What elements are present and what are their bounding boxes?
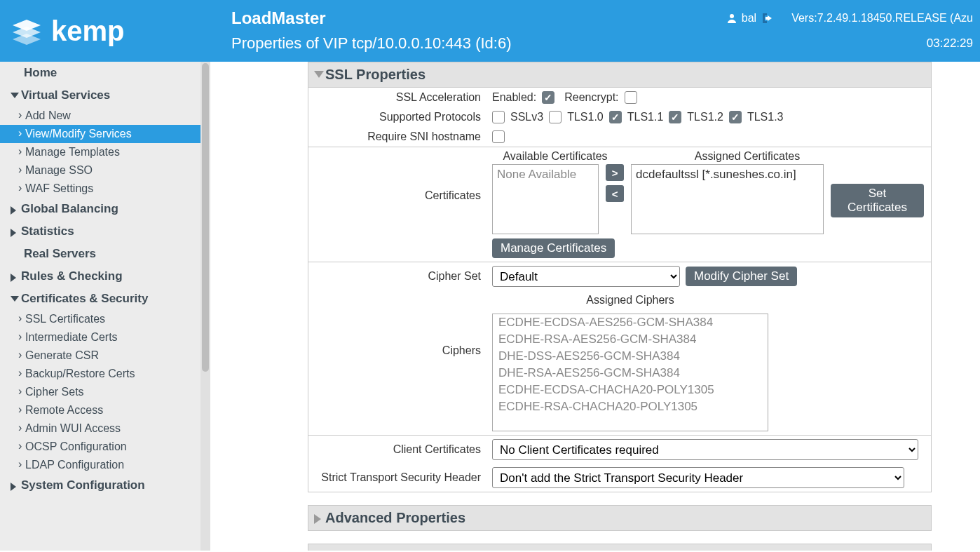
set-certificates-button[interactable]: Set Certificates	[831, 184, 924, 217]
cipher-item[interactable]: DHE-RSA-AES256-GCM-SHA384	[493, 365, 768, 382]
client-certs-label: Client Certificates	[308, 443, 492, 456]
nav-home[interactable]: Home	[0, 62, 210, 84]
manage-certificates-button[interactable]: Manage Certificates	[492, 238, 615, 258]
ssl-properties-header[interactable]: SSL Properties	[308, 62, 932, 88]
version-text: Vers:7.2.49.1.18450.RELEASE (Azu	[791, 12, 973, 25]
nav-generate-csr[interactable]: Generate CSR	[0, 346, 210, 365]
assigned-certs-header: Assigned Certificates	[642, 150, 852, 163]
nav-manage-templates[interactable]: Manage Templates	[0, 143, 210, 161]
hsts-label: Strict Transport Security Header	[308, 471, 492, 484]
nav-statistics[interactable]: Statistics	[0, 220, 210, 243]
cipher-item[interactable]: DHE-DSS-AES256-GCM-SHA384	[493, 348, 768, 365]
ssl-properties-body: SSL Acceleration Enabled: Reencrypt: Sup…	[308, 88, 932, 492]
sslv3-checkbox[interactable]	[492, 111, 505, 123]
reencrypt-label: Reencrypt:	[564, 91, 618, 104]
sni-checkbox[interactable]	[492, 130, 505, 143]
cipher-set-label: Cipher Set	[308, 270, 492, 283]
assigned-certs-list[interactable]: dcdefaultssl [*.suneshes.co.in]	[631, 164, 824, 234]
nav-intermediate-certs[interactable]: Intermediate Certs	[0, 328, 210, 346]
page-title: Properties of VIP tcp/10.0.0.10:443 (Id:…	[231, 34, 512, 53]
assigned-ciphers-header: Assigned Ciphers	[492, 294, 768, 307]
svg-text:kemp: kemp	[51, 15, 125, 46]
content-area: SSL Properties SSL Acceleration Enabled:…	[210, 62, 980, 551]
sidebar-scrollbar[interactable]	[200, 62, 210, 551]
sni-label: Require SNI hostname	[308, 130, 492, 143]
nav-ldap-config[interactable]: LDAP Configuration	[0, 456, 210, 474]
cipher-item[interactable]: ECDHE-RSA-AES256-GCM-SHA384	[493, 331, 768, 348]
available-certs-header: Available Certificates	[492, 150, 618, 163]
cipher-item[interactable]: ECDHE-RSA-CHACHA20-POLY1305	[493, 398, 768, 415]
nav-rules-checking[interactable]: Rules & Checking	[0, 265, 210, 288]
header: kemp LoadMaster bal Vers:7.2.49.1.18450.…	[0, 0, 980, 62]
modify-cipher-set-button[interactable]: Modify Cipher Set	[686, 267, 797, 286]
nav-cert-security[interactable]: Certificates & Security	[0, 288, 210, 310]
app-title: LoadMaster	[231, 8, 326, 28]
client-certs-select[interactable]: No Client Certificates required	[492, 439, 918, 460]
advanced-properties-title: Advanced Properties	[325, 510, 465, 525]
enabled-label: Enabled:	[492, 91, 536, 104]
sslv3-label: SSLv3	[510, 111, 543, 123]
nav-global-balancing[interactable]: Global Balancing	[0, 198, 210, 220]
move-left-button[interactable]: <	[606, 185, 624, 202]
hsts-select[interactable]: Don't add the Strict Transport Security …	[492, 467, 904, 488]
chevron-right-icon	[314, 514, 321, 524]
tls10-label: TLS1.0	[567, 111, 604, 123]
available-certs-list[interactable]: None Available	[492, 164, 599, 234]
nav-ocsp-config[interactable]: OCSP Configuration	[0, 438, 210, 456]
enabled-checkbox[interactable]	[542, 91, 554, 104]
username: bal	[742, 12, 756, 25]
svg-point-1	[730, 14, 734, 18]
ssl-accel-label: SSL Acceleration	[308, 91, 492, 104]
nav-ssl-certs[interactable]: SSL Certificates	[0, 310, 210, 328]
logout-icon[interactable]	[761, 12, 775, 25]
cipher-item[interactable]: ECDHE-ECDSA-CHACHA20-POLY1305	[493, 382, 768, 398]
nav-cipher-sets[interactable]: Cipher Sets	[0, 383, 210, 401]
tls11-checkbox[interactable]	[609, 111, 622, 123]
tls11-label: TLS1.1	[627, 111, 664, 123]
reencrypt-checkbox[interactable]	[625, 91, 637, 104]
tls13-label: TLS1.3	[747, 111, 784, 123]
ciphers-label: Ciphers	[308, 294, 492, 357]
cipher-set-select[interactable]: Default	[492, 266, 680, 287]
nav-remote-access[interactable]: Remote Access	[0, 401, 210, 419]
tls12-label: TLS1.2	[687, 111, 723, 123]
nav-admin-wui-access[interactable]: Admin WUI Access	[0, 419, 210, 438]
cipher-item[interactable]: ECDHE-ECDSA-AES256-GCM-SHA384	[493, 314, 768, 331]
tls12-checkbox[interactable]	[669, 111, 681, 123]
sidebar: Home Virtual Services Add New View/Modif…	[0, 62, 210, 551]
nav-view-modify-services[interactable]: View/Modify Services	[0, 125, 210, 143]
clock: 03:22:29	[927, 36, 973, 51]
waf-options-header[interactable]: WAF Options	[308, 544, 932, 551]
move-right-button[interactable]: >	[606, 164, 624, 181]
user-icon	[726, 13, 737, 24]
ssl-properties-title: SSL Properties	[325, 67, 426, 82]
nav-backup-restore-certs[interactable]: Backup/Restore Certs	[0, 365, 210, 383]
logo-area: kemp	[0, 0, 210, 62]
advanced-properties-header[interactable]: Advanced Properties	[308, 505, 932, 531]
protocols-label: Supported Protocols	[308, 111, 492, 123]
waf-options-title: WAF Options	[325, 548, 414, 551]
assigned-ciphers-list[interactable]: ECDHE-ECDSA-AES256-GCM-SHA384 ECDHE-RSA-…	[492, 314, 768, 431]
tls13-checkbox[interactable]	[729, 111, 742, 123]
nav-system-config[interactable]: System Configuration	[0, 474, 210, 497]
nav-manage-sso[interactable]: Manage SSO	[0, 161, 210, 180]
chevron-down-icon	[314, 71, 324, 78]
nav-waf-settings[interactable]: WAF Settings	[0, 180, 210, 198]
nav-real-servers[interactable]: Real Servers	[0, 243, 210, 265]
tls10-checkbox[interactable]	[549, 111, 562, 123]
nav-virtual-services[interactable]: Virtual Services	[0, 84, 210, 107]
certificates-label: Certificates	[308, 164, 492, 202]
kemp-logo: kemp	[13, 10, 153, 52]
nav-add-new[interactable]: Add New	[0, 107, 210, 125]
